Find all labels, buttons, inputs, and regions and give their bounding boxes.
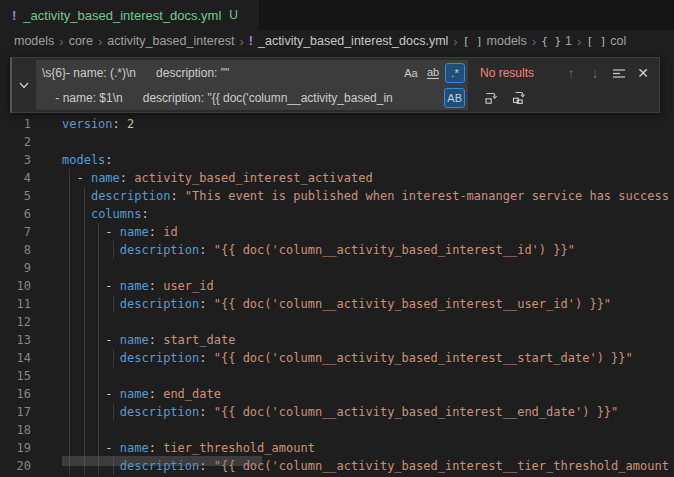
code-line[interactable]: 13 - name: start_date xyxy=(0,331,674,349)
tab-active-file[interactable]: ! _activity_based_interest_docs.yml U xyxy=(0,0,260,30)
close-button[interactable]: ✕ xyxy=(632,62,654,84)
breadcrumb-item[interactable]: [ ]models xyxy=(463,34,527,48)
code-line[interactable]: 5 description: "This event is published … xyxy=(0,187,674,205)
indent-guide xyxy=(84,403,85,421)
code-line[interactable]: 11 description: "{{ doc('column__activit… xyxy=(0,295,674,313)
indent-guide xyxy=(84,349,85,367)
code-text: - name: activity_based_interest_activate… xyxy=(31,169,373,187)
line-number: 5 xyxy=(0,187,31,205)
indent-guide xyxy=(69,187,70,205)
find-input[interactable]: \s{6}- name: (.*)\n description: "" Aa a… xyxy=(36,60,468,85)
indent-guide xyxy=(84,331,85,349)
code-line[interactable]: 16 - name: end_date xyxy=(0,385,674,403)
code-text xyxy=(31,421,62,439)
line-number: 20 xyxy=(0,457,31,475)
code-line[interactable]: 15 xyxy=(0,367,674,385)
breadcrumb-label: models xyxy=(487,34,527,48)
find-in-selection-icon xyxy=(612,66,626,80)
indent-guide xyxy=(113,241,114,259)
indent-guide xyxy=(113,403,114,421)
code-text: description: "This event is published wh… xyxy=(31,187,669,205)
code-text: - name: id xyxy=(31,223,178,241)
indent-guide xyxy=(84,277,85,295)
indent-guide xyxy=(84,421,85,439)
code-line[interactable]: 14 description: "{{ doc('column__activit… xyxy=(0,349,674,367)
breadcrumb-item[interactable]: core xyxy=(69,34,93,48)
indent-guide xyxy=(98,385,99,403)
indent-guide xyxy=(84,439,85,457)
code-line[interactable]: 9 xyxy=(0,259,674,277)
breadcrumb-separator-icon: › xyxy=(98,34,102,49)
replace-all-button[interactable] xyxy=(508,87,530,109)
indent-guide xyxy=(69,259,70,277)
breadcrumb-item[interactable]: models xyxy=(14,34,54,48)
code-line[interactable]: 6 columns: xyxy=(0,205,674,223)
regex-toggle[interactable]: .* xyxy=(445,63,465,83)
indent-guide xyxy=(69,439,70,457)
indent-guide xyxy=(84,205,85,223)
breadcrumb-separator-icon: › xyxy=(239,34,243,49)
code-line[interactable]: 2 xyxy=(0,133,674,151)
indent-guide xyxy=(69,277,70,295)
code-line[interactable]: 18 xyxy=(0,421,674,439)
breadcrumb-item[interactable]: activity_based_interest xyxy=(107,34,234,48)
breadcrumb-item[interactable]: !_activity_based_interest_docs.yml xyxy=(249,34,449,48)
replace-button[interactable] xyxy=(480,87,502,109)
line-number: 8 xyxy=(0,241,31,259)
code-line[interactable]: 12 xyxy=(0,313,674,331)
indent-guide xyxy=(84,187,85,205)
code-text: - name: user_id xyxy=(31,277,214,295)
next-match-button[interactable]: ↓ xyxy=(584,62,606,84)
warning-icon: ! xyxy=(12,8,16,23)
code-text: description: "{{ doc('column__activity_b… xyxy=(31,403,618,421)
indent-guide xyxy=(69,367,70,385)
line-number: 4 xyxy=(0,169,31,187)
line-number: 14 xyxy=(0,349,31,367)
code-line[interactable]: 19 - name: tier_threshold_amount xyxy=(0,439,674,457)
code-area[interactable]: 1version: 223models:4 - name: activity_b… xyxy=(0,52,674,475)
code-line[interactable]: 10 - name: user_id xyxy=(0,277,674,295)
breadcrumb-label: col xyxy=(610,34,626,48)
code-line[interactable]: 20 description: "{{ doc('column__activit… xyxy=(0,457,674,475)
code-text: models: xyxy=(31,151,113,169)
indent-guide xyxy=(98,367,99,385)
code-line[interactable]: 1version: 2 xyxy=(0,115,674,133)
indent-guide xyxy=(98,313,99,331)
indent-guide xyxy=(69,223,70,241)
breadcrumb-label: 1 xyxy=(565,34,572,48)
code-line[interactable]: 17 description: "{{ doc('column__activit… xyxy=(0,403,674,421)
replace-input[interactable]: - name: $1\n description: "{{ doc('colum… xyxy=(36,85,468,110)
symbol-array-icon: [ ] xyxy=(463,35,483,48)
indent-guide xyxy=(98,457,99,475)
tab-bar: ! _activity_based_interest_docs.yml U xyxy=(0,0,674,30)
match-case-toggle[interactable]: Aa xyxy=(401,63,421,83)
breadcrumb-label: _activity_based_interest_docs.yml xyxy=(258,34,448,48)
whole-word-toggle[interactable]: ab xyxy=(423,63,443,83)
breadcrumb-item[interactable]: [ ]col xyxy=(586,34,626,48)
line-number: 6 xyxy=(0,205,31,223)
indent-guide xyxy=(69,169,70,187)
breadcrumb-item[interactable]: { }1 xyxy=(541,34,572,48)
editor-pane[interactable]: 1version: 223models:4 - name: activity_b… xyxy=(0,52,674,477)
breadcrumb-label: models xyxy=(14,34,54,48)
toggle-replace-button[interactable] xyxy=(12,58,36,112)
preserve-case-toggle[interactable]: AB xyxy=(444,88,465,108)
line-number: 10 xyxy=(0,277,31,295)
previous-match-button[interactable]: ↑ xyxy=(560,62,582,84)
line-number: 9 xyxy=(0,259,31,277)
code-text: description: "{{ doc('column__activity_b… xyxy=(31,295,611,313)
line-number: 13 xyxy=(0,331,31,349)
code-line[interactable]: 8 description: "{{ doc('column__activity… xyxy=(0,241,674,259)
line-number: 3 xyxy=(0,151,31,169)
symbol-array-icon: [ ] xyxy=(586,35,606,48)
code-line[interactable]: 3models: xyxy=(0,151,674,169)
line-number: 11 xyxy=(0,295,31,313)
indent-guide xyxy=(84,367,85,385)
code-line[interactable]: 4 - name: activity_based_interest_activa… xyxy=(0,169,674,187)
line-number: 2 xyxy=(0,133,31,151)
breadcrumb-separator-icon: › xyxy=(453,34,457,49)
indent-guide xyxy=(98,223,99,241)
indent-guide xyxy=(98,259,99,277)
find-in-selection-button[interactable] xyxy=(608,62,630,84)
code-line[interactable]: 7 - name: id xyxy=(0,223,674,241)
